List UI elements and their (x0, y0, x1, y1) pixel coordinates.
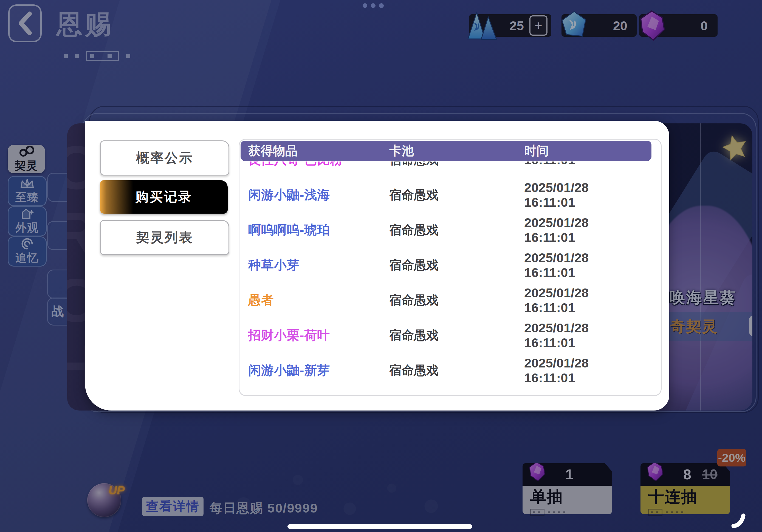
item-name: 招财小栗-荷叶 (241, 327, 383, 344)
date-line: 2025/01/28 (524, 215, 660, 230)
date-line: 2025/01/28 (524, 321, 660, 336)
table-row: 闲游小鼬-浅海 宿命愚戏 2025/01/28 16:11:01 (241, 178, 660, 212)
timestamp: 2025/01/28 16:11:01 (520, 250, 660, 280)
timestamp: 16:11:01 (520, 162, 660, 167)
pool-name: 宿命愚戏 (383, 362, 520, 379)
header-time: 时间 (520, 143, 651, 159)
header-item: 获得物品 (241, 143, 383, 159)
time-line: 16:11:01 (524, 265, 660, 280)
date-line: 2025/01/28 (524, 180, 660, 195)
time-line: 16:11:01 (524, 162, 660, 167)
time-line: 16:11:01 (524, 195, 660, 210)
item-name: 闲游小鼬-浅海 (241, 187, 383, 203)
timestamp: 2025/01/28 16:11:01 (520, 321, 660, 350)
header-pool: 卡池 (383, 143, 520, 159)
tab-spirit-list[interactable]: 契灵列表 (100, 220, 229, 255)
purchase-record-modal: 概率公示 购买记录 契灵列表 获得物品 卡池 时间 良性八哥-芭比粉 宿命愚戏 … (85, 121, 669, 411)
pool-name: 宿命愚戏 (383, 292, 520, 309)
tab-purchase-record[interactable]: 购买记录 (100, 180, 228, 214)
game-screen: 恩赐 25 + (0, 0, 762, 532)
table-row: 啊呜啊呜-琥珀 宿命愚戏 2025/01/28 16:11:01 (241, 212, 660, 248)
purchase-record-table: 获得物品 卡池 时间 良性八哥-芭比粉 宿命愚戏 16:11:01 闲游小鼬-浅… (239, 139, 662, 396)
home-indicator[interactable] (287, 524, 472, 529)
table-header: 获得物品 卡池 时间 (241, 141, 651, 161)
item-name: 闲游小鼬-新芽 (241, 362, 383, 379)
timestamp: 2025/01/28 16:11:01 (520, 285, 660, 315)
table-body[interactable]: 良性八哥-芭比粉 宿命愚戏 16:11:01 闲游小鼬-浅海 宿命愚戏 2025… (241, 162, 660, 394)
tab-probability-disclosure[interactable]: 概率公示 (100, 140, 229, 176)
time-line: 16:11:01 (524, 370, 660, 385)
timestamp: 2025/01/28 16:11:01 (520, 180, 660, 210)
corner-swoosh-decoration (730, 511, 747, 530)
table-row: 愚者 宿命愚戏 2025/01/28 16:11:01 (241, 283, 660, 318)
pool-name: 宿命愚戏 (383, 257, 520, 273)
table-row: 良性八哥-芭比粉 宿命愚戏 16:11:01 (241, 162, 660, 178)
table-row: 闲游小鼬-新芽 宿命愚戏 2025/01/28 16:11:01 (241, 353, 660, 388)
time-line: 16:11:01 (524, 336, 660, 350)
date-line: 2025/01/28 (524, 285, 660, 300)
time-line: 16:11:01 (524, 230, 660, 245)
item-name: 种草小芽 (241, 257, 383, 274)
timestamp: 2025/01/28 16:11:01 (520, 215, 660, 245)
pool-name: 宿命愚戏 (383, 327, 520, 343)
table-row: 种草小芽 宿命愚戏 2025/01/28 16:11:01 (241, 248, 660, 283)
time-line: 16:11:01 (524, 300, 660, 315)
date-line: 2025/01/28 (524, 250, 660, 265)
item-name: 啊呜啊呜-琥珀 (241, 222, 383, 239)
date-line: 2025/01/28 (524, 356, 660, 370)
timestamp: 2025/01/28 16:11:01 (520, 356, 660, 385)
pool-name: 宿命愚戏 (383, 187, 520, 203)
table-row: 招财小栗-荷叶 宿命愚戏 2025/01/28 16:11:01 (241, 318, 660, 353)
pool-name: 宿命愚戏 (383, 162, 520, 168)
pool-name: 宿命愚戏 (383, 222, 520, 238)
item-name: 愚者 (241, 292, 383, 309)
item-name: 良性八哥-芭比粉 (241, 162, 383, 168)
